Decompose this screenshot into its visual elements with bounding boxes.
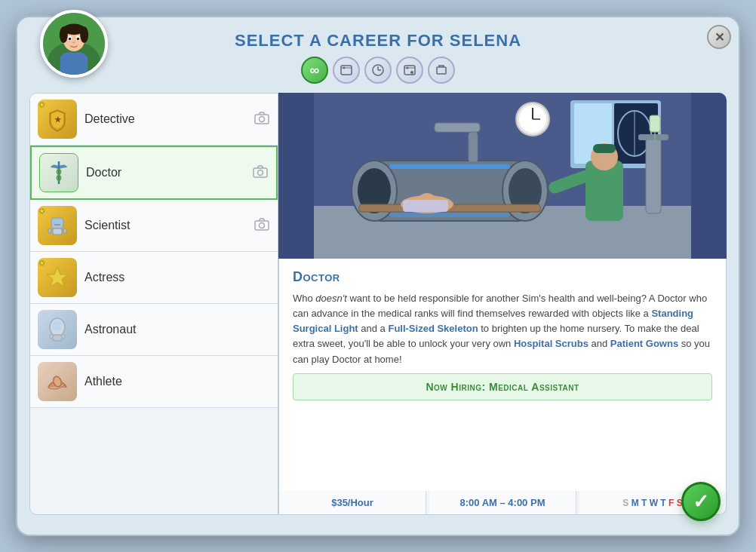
career-icon-doctor (39, 153, 78, 192)
salary-value: $35/Hour (331, 497, 373, 508)
close-button[interactable]: ✕ (707, 25, 731, 49)
filter-2[interactable] (364, 57, 392, 84)
svg-point-39 (53, 320, 62, 331)
career-select-dialog: ✕ Select a Career for Selena ∞ ★ (16, 16, 740, 536)
career-detail: Doctor Who doesn't want to be held respo… (278, 259, 727, 491)
svg-text:★: ★ (54, 115, 62, 124)
svg-point-36 (260, 222, 265, 228)
svg-point-9 (77, 38, 80, 41)
filter-row: ∞ (17, 57, 739, 84)
hiring-text: Now Hiring: Medical Assistant (426, 381, 579, 393)
career-icon-scientist: ★ (38, 206, 77, 245)
svg-point-20 (410, 71, 413, 74)
svg-rect-40 (53, 335, 62, 341)
filter-3[interactable] (396, 57, 423, 84)
filter-all[interactable]: ∞ (301, 57, 328, 84)
career-icon-athlete (38, 362, 77, 401)
svg-rect-62 (389, 213, 510, 217)
confirm-button[interactable]: ✓ (681, 482, 721, 521)
svg-point-4 (60, 26, 68, 43)
filter-4[interactable] (428, 57, 455, 84)
svg-rect-64 (469, 132, 478, 162)
svg-rect-30 (58, 219, 61, 222)
svg-rect-33 (48, 228, 51, 233)
career-name-athlete: Athlete (85, 375, 270, 388)
career-name-doctor: Doctor (86, 166, 244, 179)
svg-point-27 (258, 170, 263, 175)
career-name-actress: Actress (85, 271, 270, 284)
career-icon-actress: ★ (38, 258, 77, 297)
svg-rect-17 (404, 66, 415, 75)
svg-point-5 (80, 26, 88, 43)
career-name-detective: Detective (85, 112, 246, 126)
career-camera-doctor (252, 164, 269, 182)
career-name-scientist: Scientist (85, 219, 246, 232)
career-item-doctor[interactable]: Doctor (30, 146, 278, 200)
svg-rect-74 (638, 134, 668, 140)
hours-value: 8:00 AM – 4:00 PM (460, 497, 545, 508)
main-content: ★ ★ Detective (17, 93, 739, 527)
detail-description: Who doesn't want to be held responsible … (293, 291, 712, 367)
stat-hours: 8:00 AM – 4:00 PM (429, 491, 576, 514)
detail-title: Doctor (293, 269, 712, 285)
career-image (278, 93, 727, 259)
stats-row: $35/Hour 8:00 AM – 4:00 PM S M T W T F S (278, 491, 727, 515)
career-item-astronaut[interactable]: Astronaut (30, 304, 278, 356)
svg-rect-21 (437, 67, 446, 74)
dialog-header: Select a Career for Selena (17, 17, 739, 57)
stat-salary: $35/Hour (279, 491, 426, 514)
svg-rect-34 (63, 228, 66, 233)
svg-rect-42 (62, 334, 65, 339)
career-camera-detective (254, 111, 270, 128)
svg-rect-71 (593, 144, 616, 153)
svg-rect-75 (650, 115, 660, 132)
confirm-icon: ✓ (693, 490, 709, 514)
days-value: S M T W T F S (622, 498, 682, 508)
dialog-title: Select a Career for Selena (17, 31, 739, 51)
right-panel: Doctor Who doesn't want to be held respo… (278, 93, 727, 515)
svg-marker-37 (47, 267, 68, 287)
svg-rect-32 (53, 228, 62, 235)
svg-point-8 (69, 38, 72, 41)
svg-point-10 (72, 41, 75, 44)
career-item-scientist[interactable]: ★ Scientist (30, 200, 278, 252)
career-list: ★ ★ Detective (29, 93, 278, 515)
svg-rect-68 (403, 200, 448, 212)
svg-rect-73 (646, 138, 661, 213)
career-icon-detective: ★ ★ (38, 100, 77, 139)
svg-rect-11 (341, 66, 352, 75)
career-item-detective[interactable]: ★ ★ Detective (30, 94, 278, 146)
svg-rect-61 (389, 164, 510, 169)
svg-rect-28 (51, 218, 63, 228)
career-camera-scientist (254, 217, 270, 235)
career-item-actress[interactable]: ★ Actress (30, 252, 278, 304)
avatar (40, 10, 108, 78)
career-icon-astronaut (38, 310, 77, 349)
hiring-bar: Now Hiring: Medical Assistant (293, 373, 712, 400)
career-name-astronaut: Astronaut (85, 323, 270, 336)
svg-rect-41 (50, 334, 53, 339)
svg-point-24 (260, 116, 265, 121)
filter-1[interactable] (333, 57, 360, 84)
svg-rect-29 (54, 219, 57, 222)
career-item-athlete[interactable]: Athlete (30, 356, 278, 408)
svg-rect-31 (54, 224, 60, 225)
svg-rect-63 (435, 123, 480, 132)
